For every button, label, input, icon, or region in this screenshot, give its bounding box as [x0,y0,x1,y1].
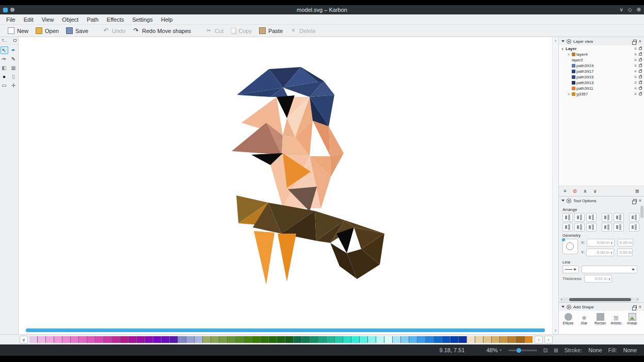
float-icon[interactable] [633,40,637,43]
menu-file[interactable]: File [2,14,20,25]
lock-icon[interactable] [639,93,642,95]
color-swatch[interactable] [252,336,260,343]
layer-row[interactable]: >layer4≡ [559,52,644,57]
frame-tool-button[interactable]: ▭ [1,81,8,89]
color-swatch[interactable] [228,336,235,343]
visibility-icon[interactable]: ≡ [634,58,637,62]
zoom-page-icon[interactable]: ⊞ [554,348,558,353]
add-shape-header[interactable]: Add Shape × [559,303,644,311]
menu-settings[interactable]: Settings [128,14,157,25]
layer-row[interactable]: path3917≡ [559,69,644,74]
float-icon[interactable] [633,305,637,308]
color-swatch[interactable] [517,336,524,343]
color-swatch[interactable] [178,336,186,343]
zoom-selection-icon[interactable]: ⊡ [543,348,548,353]
y-position-input[interactable]: 0.00 in▴▾ [586,249,614,256]
color-swatch[interactable] [269,336,277,343]
hscroll-thumb[interactable] [26,328,545,332]
titlebar[interactable]: model.svg – Karbon ∨ ◇ ⊗ [0,5,644,14]
color-swatch[interactable] [277,336,285,343]
color-swatch[interactable] [450,336,458,343]
scroll-left-icon[interactable]: ‹ [561,298,562,302]
artistic-shape-button[interactable]: Artistic [609,313,623,325]
menu-object[interactable]: Object [58,14,83,25]
page-tool-button[interactable]: ▯ [10,73,18,80]
zoom-level-select[interactable]: 48%∨ [487,347,502,353]
color-swatch[interactable] [492,336,500,343]
save-button[interactable]: Save [62,26,92,35]
close-icon[interactable]: × [639,37,641,45]
lock-icon[interactable] [639,53,642,56]
color-swatch[interactable] [170,336,178,343]
menu-view[interactable]: View [38,14,58,25]
arrange-button-1[interactable] [562,213,573,222]
arrange-button-11[interactable] [614,223,624,232]
layer-row[interactable]: path3919≡ [559,63,644,69]
vscroll-thumb[interactable] [640,206,643,218]
toolbox-header[interactable]: T... [0,37,18,44]
collapse-arrow-icon[interactable] [561,200,565,202]
maximize-icon[interactable]: ◇ [628,5,632,14]
ellipse-shape-button[interactable]: Ellipse [561,313,575,325]
spinner-arrows-icon[interactable]: ▴▾ [611,251,613,254]
arrange-button-6[interactable] [629,213,639,222]
arrange-button-12[interactable] [629,223,639,232]
color-swatch[interactable] [112,336,120,343]
lock-icon[interactable] [639,76,642,78]
color-swatch[interactable] [79,336,87,343]
paste-button[interactable]: Paste [255,26,286,35]
color-swatch[interactable] [426,336,433,343]
close-icon[interactable]: × [639,303,641,311]
color-swatch[interactable] [294,336,301,343]
spinner-arrows-icon[interactable]: ▴▾ [611,241,613,244]
lower-layer-button[interactable]: ∨ [593,187,597,196]
geometry-anchor-preview[interactable] [562,239,578,254]
color-swatch[interactable] [417,336,425,343]
color-swatch[interactable] [368,336,376,343]
canvas-vscrollbar[interactable]: ∧ ∨ [552,37,558,334]
image-shape-button[interactable]: Image [625,313,639,325]
palette-prev-button[interactable]: ‹ [535,336,543,343]
minimize-icon[interactable]: ∨ [620,5,623,14]
arrange-button-7[interactable] [562,223,573,232]
color-swatch[interactable] [484,336,491,343]
color-swatch[interactable] [145,336,153,343]
color-swatch[interactable] [475,336,483,343]
redo-move-shapes-button[interactable]: Redo Move shapes [129,26,195,35]
color-swatch[interactable] [327,336,334,343]
layer-row[interactable]: path3913≡ [559,80,644,86]
arrange-button-10[interactable] [602,223,612,232]
pencil-tool-button[interactable]: ✎ [10,55,18,63]
color-swatch[interactable] [376,336,384,343]
color-swatch[interactable] [236,336,244,343]
calligraphy-tool-button[interactable]: ✑ [1,55,8,63]
dock-icon[interactable] [13,39,17,42]
color-swatch[interactable] [384,336,392,343]
color-swatch[interactable] [195,336,202,343]
star-shape-button[interactable]: Star [577,313,591,325]
palette-menu-button[interactable]: ∨ [20,336,28,343]
menu-effects[interactable]: Effects [103,14,128,25]
visibility-icon[interactable]: ≡ [634,52,637,57]
color-swatch[interactable] [525,336,533,343]
pattern-shape-button[interactable] [641,313,644,321]
layer-row[interactable]: >g3357≡ [559,91,644,97]
arrange-button-9[interactable] [586,223,597,232]
raise-layer-button[interactable]: ∧ [583,187,587,196]
menu-help[interactable]: Help [157,14,177,25]
color-swatch[interactable] [71,336,78,343]
width-input[interactable]: 0.00 in [618,239,633,246]
palette-next-button[interactable]: › [544,336,553,343]
pattern-tool-button[interactable]: ▦ [10,64,18,72]
color-swatch[interactable] [409,336,417,343]
visibility-icon[interactable]: ≡ [634,69,637,74]
zoom-slider[interactable] [508,350,537,351]
arrange-button-5[interactable] [614,213,624,222]
spinner-arrows-icon[interactable]: ▴▾ [609,277,610,281]
scroll-right-icon[interactable]: › [637,298,638,302]
color-swatch[interactable] [162,336,169,343]
tool-options-hscrollbar[interactable]: ‹ › [560,298,639,302]
brush-tool-button[interactable]: ● [1,73,8,80]
lock-icon[interactable] [639,81,642,84]
color-swatch[interactable] [285,336,293,343]
